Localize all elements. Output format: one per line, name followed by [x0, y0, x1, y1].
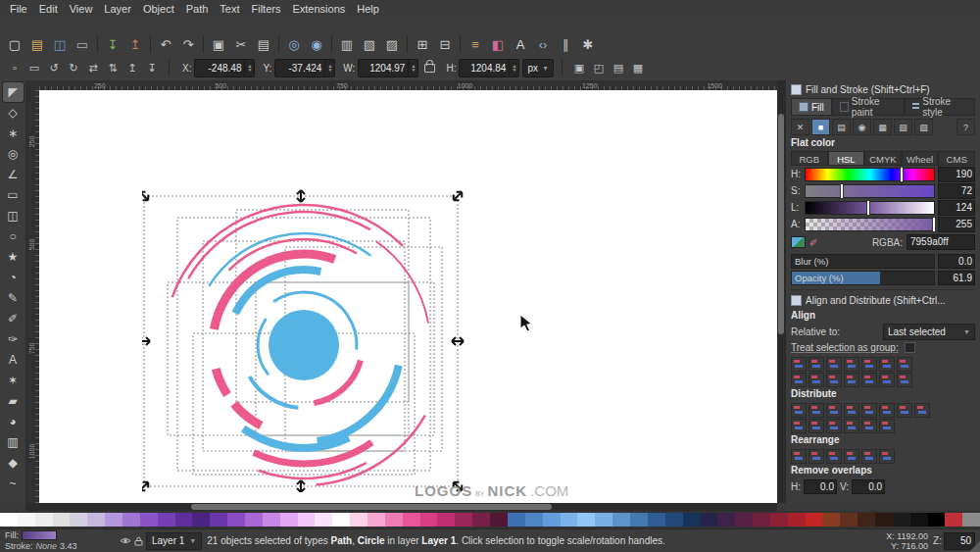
eraser-tool[interactable]: ▰: [3, 391, 24, 411]
xml-editor-icon[interactable]: ‹›: [532, 33, 554, 55]
palette-swatch[interactable]: [683, 513, 701, 527]
open-document-icon[interactable]: ▤: [26, 33, 48, 55]
menu-object[interactable]: Object: [137, 2, 180, 16]
palette-swatch[interactable]: [770, 513, 788, 527]
palette-swatch[interactable]: [385, 513, 403, 527]
linear-gradient-icon[interactable]: ▤: [832, 119, 851, 135]
overlap-h-field[interactable]: 0.0: [804, 479, 837, 494]
exchange-stacking-order[interactable]: [826, 449, 842, 464]
distribute-top-edges[interactable]: [861, 403, 877, 418]
no-paint-icon[interactable]: ✕: [791, 119, 809, 135]
undo-icon[interactable]: ↶: [155, 33, 176, 55]
palette-swatch[interactable]: [437, 513, 455, 527]
text-baselines-vertical[interactable]: [808, 419, 824, 433]
height-field[interactable]: 1204.84 ▲▼: [459, 59, 519, 77]
paste-icon[interactable]: ▤: [253, 33, 274, 55]
slider-marker[interactable]: [933, 218, 935, 231]
palette-swatch[interactable]: [18, 513, 35, 527]
tab-wheel[interactable]: Wheel: [902, 151, 939, 166]
tab-stroke-style[interactable]: Stroke style: [905, 98, 975, 115]
select-all-icon[interactable]: ▫: [6, 59, 24, 76]
center-vertically[interactable]: [879, 419, 895, 433]
palette-swatch[interactable]: [245, 513, 263, 527]
gradient-tool[interactable]: ▥: [3, 432, 24, 452]
align-top-to-bottom-edge[interactable]: [861, 373, 877, 387]
hue-value[interactable]: 190: [938, 167, 975, 182]
layer-visibility-icon[interactable]: [120, 536, 131, 545]
align-vertical-node[interactable]: [897, 373, 912, 387]
spray-tool[interactable]: ✶: [3, 371, 24, 390]
palette-swatch[interactable]: [140, 513, 158, 527]
flat-color-icon[interactable]: ■: [811, 119, 830, 135]
layer-lock-icon[interactable]: [134, 536, 143, 546]
distribute-vertical-gaps[interactable]: [914, 403, 930, 418]
distribute-horizontal-gaps[interactable]: [844, 403, 859, 418]
palette-swatch[interactable]: [420, 513, 438, 527]
make-horizontal-gaps-equal[interactable]: [826, 419, 842, 433]
align-right-to-left-edge[interactable]: [791, 357, 807, 372]
overlap-v-field[interactable]: 0.0: [852, 479, 885, 494]
palette-swatch[interactable]: [403, 513, 420, 527]
pen-tool[interactable]: ✐: [3, 309, 24, 328]
align-dialog-icon[interactable]: ∥: [555, 33, 576, 55]
resize-grip-icon[interactable]: [969, 541, 980, 552]
move-gradients-toggle[interactable]: ▤: [610, 59, 627, 76]
palette-swatch[interactable]: [543, 513, 561, 527]
unlink-clone-icon[interactable]: ▨: [381, 33, 403, 55]
align-left-to-right-edge[interactable]: [861, 357, 877, 372]
align-dialog-header[interactable]: Align and Distribute (Shift+Ctrl...: [791, 289, 975, 308]
distribute-centers-vertically[interactable]: [879, 403, 895, 418]
center-circle[interactable]: [269, 310, 339, 380]
saturation-slider[interactable]: [805, 184, 935, 198]
scale-corners-toggle[interactable]: ◰: [590, 59, 608, 76]
box3d-tool[interactable]: ◫: [3, 206, 24, 226]
group-icon[interactable]: ⊞: [412, 33, 433, 55]
palette-swatch[interactable]: [263, 513, 280, 527]
pencil-tool[interactable]: ✎: [3, 288, 24, 308]
canvas[interactable]: LOGOSBYNICK.COM: [39, 90, 777, 503]
relative-to-dropdown[interactable]: Last selected ▼: [883, 324, 975, 340]
palette-swatch[interactable]: [227, 513, 245, 527]
text-baselines-horizontal[interactable]: [791, 419, 807, 433]
palette-swatch[interactable]: [962, 513, 980, 527]
alpha-slider[interactable]: [805, 218, 935, 231]
unclump-objects[interactable]: [879, 449, 895, 464]
graph-layout[interactable]: [791, 449, 807, 464]
preferences-icon[interactable]: ✱: [577, 33, 599, 55]
export-icon[interactable]: ↥: [124, 33, 146, 55]
distribute-bottom-edges[interactable]: [897, 403, 912, 418]
align-left-edges[interactable]: [808, 357, 824, 372]
align-top-edges[interactable]: [808, 373, 824, 387]
width-field-value[interactable]: 1204.97: [359, 63, 408, 74]
palette-swatch[interactable]: [315, 513, 332, 527]
treat-as-group-checkbox[interactable]: [905, 342, 915, 353]
rotate-cw-icon[interactable]: ↻: [65, 59, 82, 76]
palette-swatch[interactable]: [612, 513, 630, 527]
palette-swatch[interactable]: [122, 513, 140, 527]
distribute-centers-horizontally[interactable]: [808, 403, 824, 418]
copy-icon[interactable]: ▣: [208, 33, 229, 55]
move-patterns-toggle[interactable]: ▦: [629, 59, 647, 76]
vertical-ruler[interactable]: 2505007501000: [25, 90, 40, 503]
distribute-right-edges[interactable]: [826, 403, 842, 418]
palette-swatch[interactable]: [53, 513, 71, 527]
y-field-value[interactable]: -37.424: [275, 63, 324, 74]
palette-swatch[interactable]: [280, 513, 298, 527]
text-tool[interactable]: A: [3, 350, 24, 370]
radial-gradient-icon[interactable]: ◉: [853, 119, 871, 135]
hue-slider[interactable]: [805, 168, 935, 181]
lock-ratio-icon[interactable]: [424, 64, 435, 73]
slider-marker[interactable]: [841, 184, 843, 198]
tab-cmyk[interactable]: CMYK: [864, 151, 902, 166]
palette-swatch[interactable]: [158, 513, 175, 527]
node-tool[interactable]: ◇: [3, 103, 24, 123]
palette-swatch[interactable]: [35, 513, 53, 527]
palette-swatch[interactable]: [735, 513, 753, 527]
measure-tool[interactable]: ∠: [3, 165, 24, 184]
rgba-input[interactable]: 7959a0ff: [906, 234, 975, 250]
palette-swatch[interactable]: [175, 513, 193, 527]
lightness-slider[interactable]: [805, 201, 935, 215]
opacity-value[interactable]: 61.9: [938, 271, 975, 285]
zoom-drawing-icon[interactable]: ◎: [283, 33, 305, 55]
palette-swatch[interactable]: [70, 513, 87, 527]
